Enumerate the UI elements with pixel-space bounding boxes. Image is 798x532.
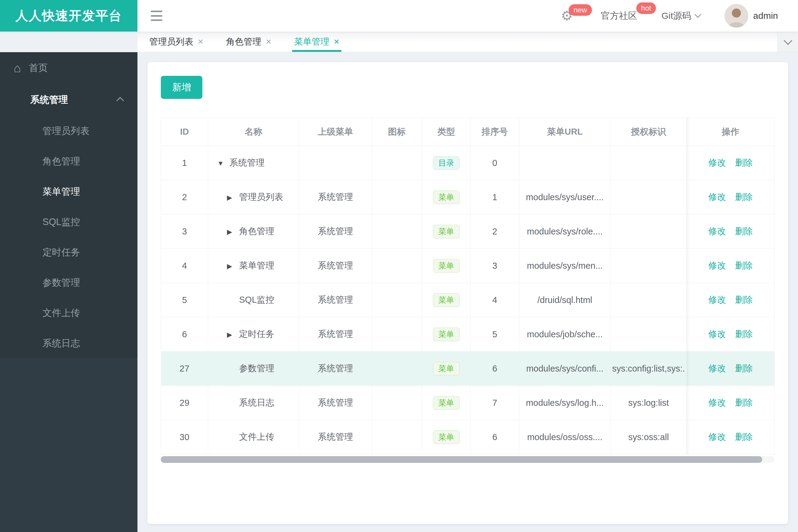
sidebar-item-5[interactable]: 参数管理 <box>0 267 137 298</box>
chevron-down-icon <box>783 36 792 44</box>
cell-id: 4 <box>161 249 208 283</box>
cell-name: 文件上传 <box>208 420 299 454</box>
edit-link[interactable]: 修改 <box>708 363 726 373</box>
close-icon[interactable]: ✕ <box>198 38 204 46</box>
tab-0[interactable]: 管理员列表 ✕ <box>147 32 205 52</box>
cell-parent: 系统管理 <box>299 317 372 352</box>
tab-1[interactable]: 角色管理 ✕ <box>224 32 273 52</box>
avatar[interactable] <box>725 4 748 27</box>
table-row: 3 ▶角色管理 系统管理 菜单 2 modules/sys/role.... 修… <box>161 214 775 249</box>
tab-2[interactable]: 菜单管理 ✕ <box>292 32 341 52</box>
cell-id: 2 <box>161 180 208 214</box>
delete-link[interactable]: 删除 <box>735 295 753 305</box>
cell-perms <box>611 283 687 317</box>
sidebar-item-label: SQL监控 <box>42 216 80 228</box>
settings-menu[interactable]: ⚙ new <box>561 9 573 22</box>
edit-link[interactable]: 修改 <box>708 226 726 236</box>
type-tag: 菜单 <box>433 362 460 376</box>
community-link[interactable]: 官方社区 hot <box>601 10 637 22</box>
menu-name: SQL监控 <box>239 295 274 305</box>
scrollbar-thumb[interactable] <box>161 456 762 463</box>
delete-link[interactable]: 删除 <box>735 261 753 270</box>
cell-type: 菜单 <box>422 386 470 420</box>
sidebar-toggle-button[interactable] <box>151 11 162 21</box>
col-header-icon: 图标 <box>372 118 422 146</box>
sidebar-item-2[interactable]: 菜单管理 <box>0 176 137 207</box>
sidebar-item-1[interactable]: 角色管理 <box>0 146 137 176</box>
table-row: 27 参数管理 系统管理 菜单 6 modules/sys/confi... s… <box>161 352 775 386</box>
sidebar-item-6[interactable]: 文件上传 <box>0 298 137 328</box>
delete-link[interactable]: 删除 <box>735 158 753 167</box>
sidebar-item-label: 定时任务 <box>42 246 80 259</box>
cell-actions: 修改删除 <box>687 146 775 180</box>
sidebar-item-home[interactable]: ⌂ 首页 <box>0 52 137 84</box>
cell-order: 4 <box>470 283 519 317</box>
edit-link[interactable]: 修改 <box>708 432 726 442</box>
type-tag: 菜单 <box>433 396 460 410</box>
edit-link[interactable]: 修改 <box>708 329 726 339</box>
cell-url <box>519 146 611 180</box>
col-header-name: 名称 <box>208 118 299 146</box>
delete-link[interactable]: 删除 <box>735 432 753 442</box>
cell-id: 6 <box>161 317 208 352</box>
user-avatar[interactable] <box>725 4 748 27</box>
cell-icon <box>372 214 422 249</box>
cell-parent: 系统管理 <box>299 283 372 317</box>
page-content: 新增 ID 名称 上级菜单 图标 类型 <box>137 52 798 532</box>
delete-link[interactable]: 删除 <box>735 363 753 373</box>
expand-icon[interactable]: ▶ <box>227 228 239 236</box>
cell-order: 6 <box>470 420 519 454</box>
cell-url: modules/sys/log.h... <box>519 386 611 420</box>
edit-link[interactable]: 修改 <box>708 295 726 305</box>
cell-parent: 系统管理 <box>299 352 372 386</box>
table-row: 29 系统日志 系统管理 菜单 7 modules/sys/log.h... s… <box>161 386 775 420</box>
edit-link[interactable]: 修改 <box>708 158 726 167</box>
cell-actions: 修改删除 <box>687 386 775 420</box>
content-card: 新增 ID 名称 上级菜单 图标 类型 <box>147 62 788 524</box>
git-source-dropdown[interactable]: Git源码 <box>662 10 700 22</box>
sidebar-item-label: 菜单管理 <box>42 185 80 198</box>
menu-name: 系统管理 <box>229 158 264 167</box>
username[interactable]: admin <box>753 11 778 21</box>
expand-icon[interactable]: ▶ <box>227 331 239 339</box>
tab-label: 角色管理 <box>226 36 261 48</box>
cell-order: 5 <box>470 317 519 352</box>
delete-link[interactable]: 删除 <box>735 226 753 236</box>
col-header-url: 菜单URL <box>519 118 611 146</box>
menu-name: 文件上传 <box>239 432 274 442</box>
sidebar-item-label: 管理员列表 <box>42 125 90 137</box>
expand-icon[interactable]: ▶ <box>227 262 239 270</box>
sidebar-item-3[interactable]: SQL监控 <box>0 207 137 237</box>
add-button[interactable]: 新增 <box>161 76 202 99</box>
cell-name: 参数管理 <box>208 352 299 386</box>
expand-icon[interactable]: ▶ <box>227 194 239 202</box>
app-header: 人人快速开发平台 ⚙ new 官方社区 hot Git源码 admin <box>0 0 798 32</box>
hot-badge: hot <box>636 2 656 14</box>
sidebar-item-4[interactable]: 定时任务 <box>0 237 137 267</box>
edit-link[interactable]: 修改 <box>708 261 726 270</box>
menu-name: 参数管理 <box>239 363 274 373</box>
delete-link[interactable]: 删除 <box>735 398 753 407</box>
delete-link[interactable]: 删除 <box>735 329 753 339</box>
close-icon[interactable]: ✕ <box>265 38 272 46</box>
sidebar-item-0[interactable]: 管理员列表 <box>0 116 137 146</box>
expand-icon[interactable]: ▼ <box>217 159 229 167</box>
delete-link[interactable]: 删除 <box>735 192 753 202</box>
tab-overflow-button[interactable] <box>777 32 798 52</box>
edit-link[interactable]: 修改 <box>708 398 726 407</box>
chevron-down-icon <box>694 11 702 18</box>
cell-actions: 修改删除 <box>687 214 775 249</box>
cell-url: modules/sys/confi... <box>519 352 611 386</box>
cell-parent: 系统管理 <box>299 249 372 283</box>
edit-link[interactable]: 修改 <box>708 192 726 202</box>
cell-perms <box>611 180 687 214</box>
menu-table: ID 名称 上级菜单 图标 类型 排序号 菜单URL 授权标识 操作 1 ▼ <box>161 118 775 463</box>
cell-id: 29 <box>161 386 208 420</box>
type-tag: 菜单 <box>433 327 460 341</box>
close-icon[interactable]: ✕ <box>333 38 339 46</box>
type-tag: 目录 <box>433 156 460 170</box>
sidebar-item-7[interactable]: 系统日志 <box>0 328 137 359</box>
sidebar-group-system[interactable]: 系统管理 <box>0 84 137 116</box>
sidebar-item-label: 角色管理 <box>42 155 80 168</box>
type-tag: 菜单 <box>433 293 460 307</box>
